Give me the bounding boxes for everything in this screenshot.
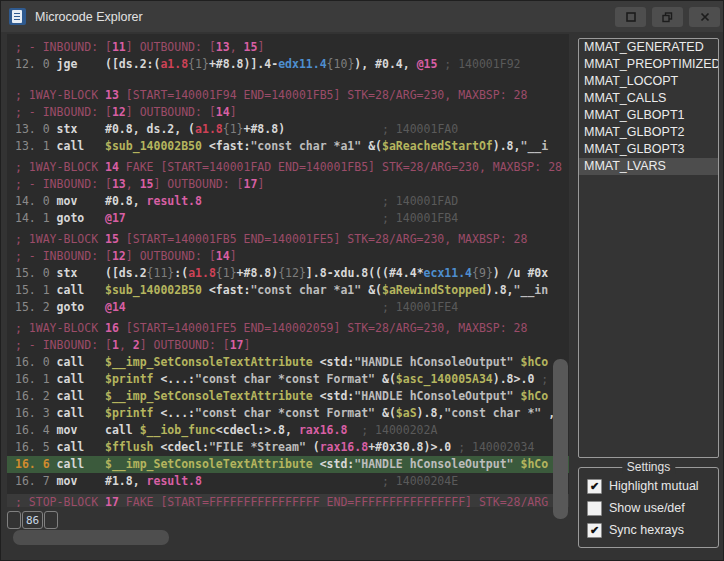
code-token: +#8.8)	[237, 266, 279, 280]
code-line[interactable]: 16. 4 mov call $__iob_func<cdecl:>.8, ra…	[15, 422, 569, 439]
code-token: 14. 1	[15, 211, 57, 225]
checkbox-label: Show use/def	[609, 501, 685, 515]
code-token: 13	[112, 177, 126, 191]
microcode-view[interactable]: ; - INBOUND: [11] OUTBOUND: [13, 15]12. …	[7, 34, 569, 507]
checkbox-box[interactable]: ✔	[587, 479, 602, 494]
code-line[interactable]: 13. 1 call $sub_140002B50 <fast:"const c…	[15, 138, 569, 155]
block-number-field[interactable]: 86	[22, 511, 43, 529]
code-token: 15	[140, 177, 154, 191]
maturity-item-mmat_calls[interactable]: MMAT_CALLS	[579, 90, 718, 107]
code-line[interactable]: 15. 0 stx ([ds.2{11}:(a1.8{1}+#8.8){12}]…	[15, 265, 569, 282]
code-line[interactable]: 16. 6 call $__imp_SetConsoleTextAttribut…	[7, 456, 569, 473]
code-token: ,	[230, 40, 244, 54]
code-line[interactable]: ; - INBOUND: [12] OUTBOUND: [14]	[15, 104, 569, 121]
code-token: 2	[133, 338, 140, 352]
maturity-item-mmat_glbopt3[interactable]: MMAT_GLBOPT3	[579, 141, 718, 158]
code-token: ]	[230, 105, 237, 119]
code-token: rax16.8	[320, 440, 368, 454]
code-token: @17	[105, 211, 126, 225]
code-line[interactable]: ; STOP-BLOCK 17 FAKE [START=FFFFFFFFFFFF…	[7, 494, 569, 507]
code-token: @15	[417, 57, 438, 71]
code-token: rax16.8	[299, 423, 347, 437]
restore-button[interactable]	[652, 7, 683, 27]
code-line[interactable]: ; - INBOUND: [12] OUTBOUND: [14]	[15, 248, 569, 265]
code-token: call	[57, 139, 105, 153]
code-token: +#0x30.8)>.0	[368, 440, 458, 454]
code-token: "FILE *Stream"	[209, 440, 306, 454]
code-line[interactable]: ; 1WAY-BLOCK 15 [START=140001FB5 END=140…	[15, 231, 569, 248]
code-line[interactable]: ; - INBOUND: [11] OUTBOUND: [13, 15]	[15, 39, 569, 56]
window-title: Microcode Explorer	[35, 10, 143, 24]
code-token: ; - INBOUND: [	[15, 105, 112, 119]
code-token: result.8	[147, 194, 202, 208]
code-line[interactable]: ; - INBOUND: [1, 2] OUTBOUND: [17]	[15, 337, 569, 354]
code-line[interactable]: 16. 7 mov #1.8, result.8 ; 14000204E	[15, 473, 569, 490]
code-token: {12}	[278, 266, 306, 280]
checkbox-highlight-mutual[interactable]: ✔Highlight mutual	[587, 478, 718, 494]
code-token: 14	[216, 105, 230, 119]
code-token: ; - INBOUND: [	[15, 338, 112, 352]
code-line[interactable]: 14. 1 goto @17 ; 140001FB4	[15, 210, 569, 227]
checkbox-box[interactable]: ✔	[587, 523, 602, 538]
code-token: {9}	[472, 266, 493, 280]
code-token: "HANDLE hConsoleOutput"	[354, 389, 513, 403]
code-line[interactable]: ; 1WAY-BLOCK 14 FAKE [START=140001FAD EN…	[15, 159, 569, 176]
code-line[interactable]: 16. 3 call $printf <...:"const char *con…	[15, 405, 569, 422]
maturity-item-mmat_generated[interactable]: MMAT_GENERATED	[579, 39, 718, 56]
code-token: 16. 0	[15, 355, 57, 369]
horizontal-scrollbar[interactable]	[13, 530, 169, 545]
code-token: ,	[119, 338, 133, 352]
code-token: call	[57, 283, 105, 297]
code-token: (	[306, 440, 320, 454]
block-number-increment[interactable]	[44, 511, 58, 529]
close-button[interactable]	[689, 7, 720, 27]
code-token: $aRewindStopped	[382, 283, 486, 297]
code-line[interactable]: 16. 2 call $__imp_SetConsoleTextAttribut…	[15, 388, 569, 405]
code-token: 15. 2	[15, 300, 57, 314]
code-token: [START=140001FB5 END=140001FE5] STK=28/A…	[119, 232, 528, 246]
block-number-controls: 86	[7, 511, 58, 529]
code-token: mov call	[57, 423, 140, 437]
code-line[interactable]: 16. 1 call $printf <...:"const char *con…	[15, 371, 569, 388]
checkbox-sync-hexrays[interactable]: ✔Sync hexrays	[587, 522, 718, 538]
code-token: "const char *const Format"	[195, 372, 375, 386]
code-token: &(	[361, 139, 382, 153]
code-token: ]	[257, 177, 264, 191]
code-token: ]	[230, 249, 237, 263]
code-token: ) /u #0x	[493, 266, 548, 280]
vertical-scrollbar[interactable]	[553, 359, 568, 519]
code-token: +#8.8)].4-	[209, 57, 278, 71]
code-token: call	[57, 389, 105, 403]
maturity-item-mmat_lvars[interactable]: MMAT_LVARS	[579, 158, 718, 175]
code-token: 13. 0	[15, 122, 57, 136]
code-line[interactable]: 14. 0 mov #0.8, result.8 ; 140001FAD	[15, 193, 569, 210]
code-token: ; 140002034	[458, 440, 534, 454]
maturity-item-mmat_locopt[interactable]: MMAT_LOCOPT	[579, 73, 718, 90]
checkbox-show-use-def[interactable]: Show use/def	[587, 500, 718, 516]
code-line[interactable]: ; 1WAY-BLOCK 16 [START=140001FE5 END=140…	[15, 320, 569, 337]
maturity-item-mmat_glbopt2[interactable]: MMAT_GLBOPT2	[579, 124, 718, 141]
settings-group: Settings ✔Highlight mutualShow use/def✔S…	[578, 467, 719, 548]
code-token: mov #0.8,	[57, 194, 147, 208]
code-token: ] OUTBOUND: [	[154, 177, 244, 191]
checkbox-box[interactable]	[587, 501, 602, 516]
block-number-decrement[interactable]	[7, 511, 21, 529]
code-token: 17	[230, 338, 244, 352]
code-line[interactable]: 16. 0 call $__imp_SetConsoleTextAttribut…	[15, 354, 569, 371]
maturity-item-mmat_preoptimized[interactable]: MMAT_PREOPTIMIZED	[579, 56, 718, 73]
code-token: a1.8	[188, 266, 216, 280]
code-token: call	[57, 406, 105, 420]
code-line[interactable]: 15. 2 goto @14 ; 140001FE4	[15, 299, 569, 316]
code-line[interactable]: 16. 5 call $fflush <cdecl:"FILE *Stream"…	[15, 439, 569, 456]
maturity-item-mmat_glbopt1[interactable]: MMAT_GLBOPT1	[579, 107, 718, 124]
code-token: @14	[105, 300, 126, 314]
maximize-button[interactable]	[615, 7, 646, 27]
code-line[interactable]: ; - INBOUND: [13, 15] OUTBOUND: [17]	[15, 176, 569, 193]
maturity-list[interactable]: MMAT_GENERATEDMMAT_PREOPTIMIZEDMMAT_LOCO…	[578, 38, 719, 458]
code-line[interactable]: 12. 0 jge ([ds.2:(a1.8{1}+#8.8)].4-edx11…	[15, 56, 569, 73]
code-line[interactable]: 15. 1 call $sub_140002B50 <fast:"const c…	[15, 282, 569, 299]
code-line[interactable]: 13. 0 stx #0.8, ds.2, (a1.8{1}+#8.8) ; 1…	[15, 121, 569, 138]
code-line[interactable]: ; 1WAY-BLOCK 13 [START=140001F94 END=140…	[15, 87, 569, 104]
code-token: 1	[112, 338, 119, 352]
code-token: jge ([ds.2:(	[57, 57, 161, 71]
